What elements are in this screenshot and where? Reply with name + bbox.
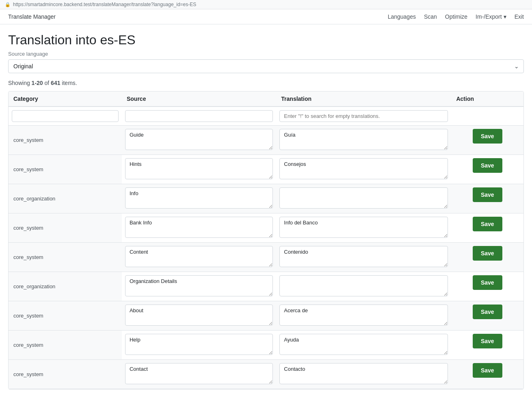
cell-source: Contact bbox=[122, 360, 276, 389]
source-language-select[interactable]: Original bbox=[8, 59, 524, 73]
translation-textarea[interactable]: Contacto bbox=[279, 363, 448, 384]
cell-action: Save bbox=[451, 155, 523, 184]
translation-textarea[interactable]: Guía bbox=[279, 129, 448, 150]
table-header-row: Category Source Translation Action bbox=[9, 91, 523, 107]
lock-icon: 🔒 bbox=[5, 2, 11, 7]
nav-languages[interactable]: Languages bbox=[388, 13, 416, 20]
table-row: core_systemContentContenidoSave bbox=[9, 243, 523, 272]
top-nav: Translate Manager Languages Scan Optimiz… bbox=[0, 9, 532, 24]
cell-source: Info bbox=[122, 184, 276, 213]
cell-action: Save bbox=[451, 243, 523, 272]
page-title: Translation into es-ES bbox=[8, 33, 524, 48]
table-row: core_organizationOrganization DetailsSav… bbox=[9, 272, 523, 301]
cell-translation: Contenido bbox=[276, 243, 451, 272]
cell-action: Save bbox=[451, 331, 523, 360]
cell-action: Save bbox=[451, 126, 523, 155]
cell-action: Save bbox=[451, 360, 523, 389]
table-row: core_systemGuideGuíaSave bbox=[9, 126, 523, 155]
cell-category: core_system bbox=[9, 301, 122, 331]
cell-action: Save bbox=[451, 301, 523, 331]
save-button[interactable]: Save bbox=[473, 334, 502, 348]
nav-exit[interactable]: Exit bbox=[515, 13, 524, 20]
table-row: core_systemHintsConsejosSave bbox=[9, 155, 523, 184]
save-button[interactable]: Save bbox=[473, 246, 502, 261]
cell-translation: Consejos bbox=[276, 155, 451, 184]
header-source: Source bbox=[122, 91, 276, 107]
source-textarea[interactable]: Contact bbox=[125, 363, 273, 384]
translation-textarea[interactable]: Acerca de bbox=[279, 305, 448, 326]
save-button[interactable]: Save bbox=[473, 129, 502, 144]
cell-translation: Acerca de bbox=[276, 301, 451, 331]
cell-source: Content bbox=[122, 243, 276, 272]
source-textarea[interactable]: Help bbox=[125, 334, 273, 355]
cell-category: core_system bbox=[9, 126, 122, 155]
translation-textarea[interactable]: Info del Banco bbox=[279, 217, 448, 238]
filter-translation-input[interactable] bbox=[279, 110, 448, 122]
source-select-wrapper: Original ⌄ bbox=[8, 59, 524, 73]
translation-table: Category Source Translation Action bbox=[9, 91, 523, 389]
cell-category: core_organization bbox=[9, 184, 122, 213]
cell-source: Help bbox=[122, 331, 276, 360]
dropdown-arrow-icon: ▾ bbox=[504, 13, 506, 20]
cell-translation bbox=[276, 184, 451, 213]
filter-row bbox=[9, 107, 523, 126]
header-category: Category bbox=[9, 91, 122, 107]
cell-category: core_system bbox=[9, 155, 122, 184]
showing-range: 1-20 bbox=[32, 80, 43, 86]
url-text: https://smartadmincore.backend.test/tran… bbox=[13, 2, 196, 7]
filter-source-cell bbox=[122, 107, 276, 126]
showing-text: Showing 1-20 of 641 items. bbox=[8, 80, 524, 86]
save-button[interactable]: Save bbox=[473, 217, 502, 231]
cell-source: About bbox=[122, 301, 276, 331]
source-textarea[interactable]: About bbox=[125, 305, 273, 326]
main-content: Translation into es-ES Source language O… bbox=[0, 24, 532, 396]
save-button[interactable]: Save bbox=[473, 363, 502, 378]
source-language-label: Source language bbox=[8, 51, 524, 57]
nav-links: Languages Scan Optimize Im-/Export ▾ Exi… bbox=[388, 13, 524, 20]
source-textarea[interactable]: Guide bbox=[125, 129, 273, 150]
source-textarea[interactable]: Bank Info bbox=[125, 217, 273, 238]
filter-category-input[interactable] bbox=[12, 110, 119, 122]
cell-category: core_system bbox=[9, 213, 122, 243]
cell-category: core_system bbox=[9, 360, 122, 389]
translation-table-container: Category Source Translation Action bbox=[8, 91, 524, 389]
cell-translation bbox=[276, 272, 451, 301]
nav-scan[interactable]: Scan bbox=[424, 13, 437, 20]
app-title: Translate Manager bbox=[8, 13, 56, 20]
cell-translation: Guía bbox=[276, 126, 451, 155]
source-textarea[interactable]: Hints bbox=[125, 158, 273, 179]
source-textarea[interactable]: Organization Details bbox=[125, 275, 273, 296]
translation-textarea[interactable]: Ayuda bbox=[279, 334, 448, 355]
cell-action: Save bbox=[451, 213, 523, 243]
address-bar: 🔒 https://smartadmincore.backend.test/tr… bbox=[0, 0, 532, 9]
table-row: core_systemHelpAyudaSave bbox=[9, 331, 523, 360]
cell-category: core_system bbox=[9, 243, 122, 272]
translation-textarea[interactable]: Contenido bbox=[279, 246, 448, 267]
cell-category: core_organization bbox=[9, 272, 122, 301]
table-row: core_systemAboutAcerca deSave bbox=[9, 301, 523, 331]
translation-textarea[interactable]: Consejos bbox=[279, 158, 448, 179]
save-button[interactable]: Save bbox=[473, 305, 502, 319]
table-row: core_systemBank InfoInfo del BancoSave bbox=[9, 213, 523, 243]
source-textarea[interactable]: Info bbox=[125, 187, 273, 209]
table-row: core_systemContactContactoSave bbox=[9, 360, 523, 389]
save-button[interactable]: Save bbox=[473, 275, 502, 290]
cell-source: Hints bbox=[122, 155, 276, 184]
cell-source: Guide bbox=[122, 126, 276, 155]
nav-import-export[interactable]: Im-/Export ▾ bbox=[476, 13, 506, 20]
cell-source: Organization Details bbox=[122, 272, 276, 301]
translation-textarea[interactable] bbox=[279, 187, 448, 209]
cell-source: Bank Info bbox=[122, 213, 276, 243]
translation-textarea[interactable] bbox=[279, 275, 448, 296]
cell-translation: Info del Banco bbox=[276, 213, 451, 243]
cell-action: Save bbox=[451, 184, 523, 213]
save-button[interactable]: Save bbox=[473, 187, 502, 202]
cell-category: core_system bbox=[9, 331, 122, 360]
nav-optimize[interactable]: Optimize bbox=[445, 13, 467, 20]
filter-source-input[interactable] bbox=[125, 110, 273, 122]
showing-count: 641 bbox=[51, 80, 60, 86]
cell-translation: Contacto bbox=[276, 360, 451, 389]
save-button[interactable]: Save bbox=[473, 158, 502, 173]
cell-action: Save bbox=[451, 272, 523, 301]
source-textarea[interactable]: Content bbox=[125, 246, 273, 267]
